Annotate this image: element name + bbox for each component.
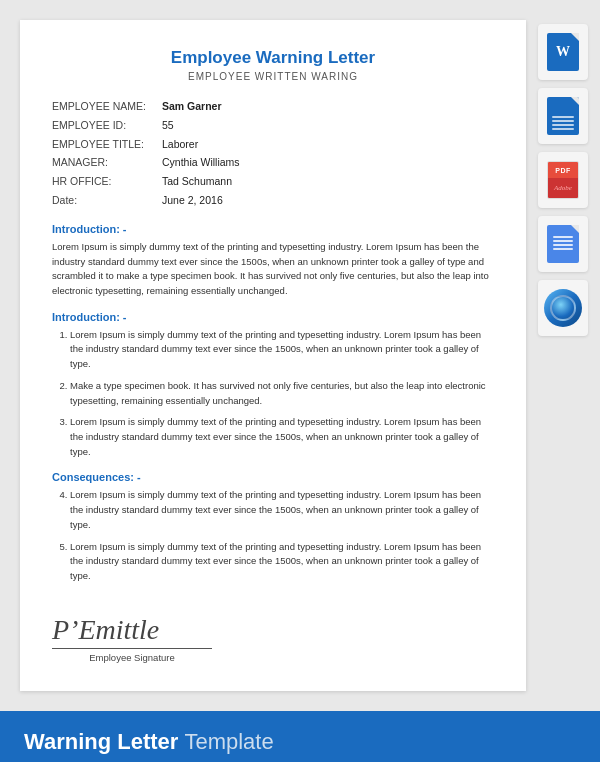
field-row: MANAGER:Cynthia Williams [52, 154, 494, 171]
field-label: Date: [52, 192, 162, 209]
signature-image: P’Emittle [52, 606, 494, 646]
consequences-list: Lorem Ipsum is simply dummy text of the … [52, 488, 494, 583]
word-icon-2 [547, 97, 579, 135]
download-odt[interactable] [538, 280, 588, 336]
download-pdf[interactable]: PDF Adobe [538, 152, 588, 208]
signature-label: Employee Signature [52, 652, 212, 663]
signature-area: P’Emittle Employee Signature [52, 602, 494, 663]
doc-line [552, 124, 574, 126]
gdoc-line [553, 236, 573, 238]
list-item: Lorem Ipsum is simply dummy text of the … [70, 328, 494, 372]
list-item: Lorem Ipsum is simply dummy text of the … [70, 488, 494, 532]
signature-line [52, 648, 212, 649]
intro-body: Lorem Ipsum is simply dummy text of the … [52, 240, 494, 299]
footer-bold-text: Warning Letter [24, 729, 178, 755]
field-label: EMPLOYEE TITLE: [52, 136, 162, 153]
pdf-icon: PDF Adobe [547, 161, 579, 199]
odt-inner [550, 295, 576, 321]
fields-table: EMPLOYEE NAME:Sam GarnerEMPLOYEE ID:55EM… [52, 98, 494, 209]
field-value: June 2, 2016 [162, 192, 223, 209]
gdoc-line [553, 244, 573, 246]
word-icon-1: W [547, 33, 579, 71]
sidebar-icons: W PDF Adobe [538, 20, 590, 691]
download-word-doc[interactable]: W [538, 24, 588, 80]
field-value: Sam Garner [162, 98, 222, 115]
doc-line [552, 128, 574, 130]
field-row: EMPLOYEE TITLE:Laborer [52, 136, 494, 153]
consequences-heading: Consequences: - [52, 471, 494, 483]
field-row: EMPLOYEE ID:55 [52, 117, 494, 134]
field-label: HR OFFICE: [52, 173, 162, 190]
intro-heading: Introduction: - [52, 223, 494, 235]
gdoc-line [553, 240, 573, 242]
gdoc-line [553, 248, 573, 250]
field-label: EMPLOYEE NAME: [52, 98, 162, 115]
list-item: Lorem Ipsum is simply dummy text of the … [70, 540, 494, 584]
main-content: Employee Warning Letter EMPLOYEE WRITTEN… [0, 0, 600, 711]
pdf-top-label: PDF [548, 162, 578, 178]
field-label: EMPLOYEE ID: [52, 117, 162, 134]
field-value: Tad Schumann [162, 173, 232, 190]
field-row: HR OFFICE:Tad Schumann [52, 173, 494, 190]
doc-subtitle: EMPLOYEE WRITTEN WARING [52, 71, 494, 82]
gdoc-icon [547, 225, 579, 263]
download-word-docx[interactable] [538, 88, 588, 144]
footer: Warning Letter Template [0, 711, 600, 762]
odt-icon [544, 289, 582, 327]
field-label: MANAGER: [52, 154, 162, 171]
document-container: Employee Warning Letter EMPLOYEE WRITTEN… [20, 20, 526, 691]
doc-lines [552, 116, 574, 132]
footer-normal-text: Template [184, 729, 273, 755]
doc-line [552, 116, 574, 118]
list-item: Make a type specimen book. It has surviv… [70, 379, 494, 408]
field-value: Laborer [162, 136, 198, 153]
numbered-list: Lorem Ipsum is simply dummy text of the … [52, 328, 494, 460]
list-item: Lorem Ipsum is simply dummy text of the … [70, 415, 494, 459]
intro2-heading: Introduction: - [52, 311, 494, 323]
pdf-bottom-label: Adobe [548, 178, 578, 198]
field-value: Cynthia Williams [162, 154, 240, 171]
doc-line [552, 120, 574, 122]
field-row: Date:June 2, 2016 [52, 192, 494, 209]
doc-title: Employee Warning Letter [52, 48, 494, 68]
download-gdoc[interactable] [538, 216, 588, 272]
field-value: 55 [162, 117, 174, 134]
field-row: EMPLOYEE NAME:Sam Garner [52, 98, 494, 115]
